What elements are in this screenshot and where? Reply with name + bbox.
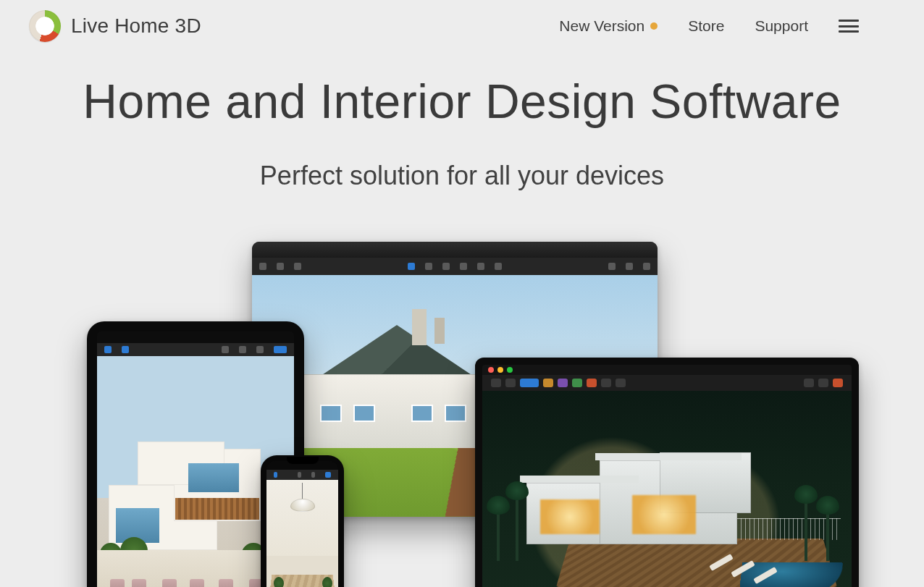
hero-subtitle: Perfect solution for all your devices: [0, 161, 924, 191]
imac-toolbar: [252, 258, 658, 275]
nav-store[interactable]: Store: [688, 17, 724, 35]
macbook-toolbar: [482, 375, 852, 391]
device-iphone: [261, 455, 344, 587]
brand[interactable]: Live Home 3D: [29, 10, 201, 42]
iphone-toolbar: [266, 470, 338, 480]
pendant-lamp-icon: [290, 483, 315, 512]
ipad-statusbar: [97, 331, 294, 343]
nav-new-version[interactable]: New Version: [559, 17, 658, 35]
iphone-viewport: [266, 480, 338, 587]
imac-titlebar: [252, 242, 658, 258]
device-showcase: [0, 242, 924, 587]
hero: Home and Interior Design Software Perfec…: [0, 74, 924, 191]
macbook-titlebar: [482, 365, 852, 375]
traffic-max-icon: [507, 367, 513, 373]
top-nav: New Version Store Support: [559, 17, 859, 35]
nav-new-version-label: New Version: [559, 17, 644, 35]
app-logo-icon: [29, 10, 61, 42]
traffic-min-icon: [497, 367, 503, 373]
traffic-close-icon: [488, 367, 494, 373]
macbook-viewport: [482, 391, 852, 587]
hero-title: Home and Interior Design Software: [0, 74, 924, 129]
menu-icon[interactable]: [839, 20, 859, 33]
ipad-toolbar: [97, 343, 294, 356]
brand-name: Live Home 3D: [71, 14, 201, 38]
iphone-notch-icon: [287, 457, 319, 464]
nav-support[interactable]: Support: [755, 17, 808, 35]
device-macbook: [475, 358, 859, 587]
new-version-indicator-icon: [650, 22, 658, 30]
site-header: Live Home 3D New Version Store Support: [0, 0, 924, 52]
